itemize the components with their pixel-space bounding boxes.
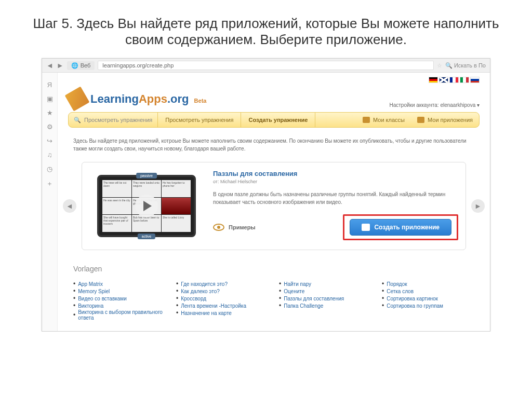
puzzle-cell-image [162, 198, 191, 215]
template-link[interactable]: Паззлы для составления [279, 295, 371, 302]
template-description: В одном пазле должны быть назначены разл… [213, 190, 458, 206]
puzzle-cell: The trees will be cut down [102, 180, 131, 197]
carousel-prev-icon[interactable]: ◄ [63, 199, 76, 213]
account-label: Настройки аккаунта: elenaarkhipova [389, 102, 475, 108]
puzzle-cell: Bob has never been to Spain before [132, 215, 161, 232]
puzzle-cell: She will have bought that expensive pair… [102, 215, 131, 232]
account-link[interactable]: Настройки аккаунта: elenaarkhipova ▾ [389, 102, 480, 108]
back-arrow-icon[interactable]: ◄ [46, 61, 54, 70]
logo-part-3: .org [167, 92, 189, 105]
menu-create[interactable]: Создать упражнение [241, 113, 315, 127]
template-link[interactable]: Найти пару [279, 280, 371, 287]
create-app-button[interactable]: Создать приложение [350, 219, 451, 236]
sidebar-music-icon[interactable]: ♫ [42, 148, 57, 162]
classes-icon [363, 117, 370, 123]
template-link[interactable]: Порядок [382, 280, 474, 287]
create-icon [362, 224, 370, 231]
sidebar-share-icon[interactable]: ↪ [42, 134, 57, 148]
examples-link[interactable]: Примеры [213, 224, 256, 231]
logo-text: LearningApps.org Beta [90, 92, 206, 106]
forward-arrow-icon[interactable]: ► [57, 61, 64, 70]
template-link[interactable]: Оцените [279, 287, 371, 295]
web-badge[interactable]: 🌐 Веб [67, 61, 95, 70]
search-placeholder: Искать в По [454, 62, 486, 68]
logo-part-2: Apps [139, 92, 167, 105]
sidebar-star-icon[interactable]: ★ [42, 106, 57, 120]
template-carousel: ◄ passive The trees will be cut down The… [63, 162, 485, 250]
header-row: LearningApps.org Beta Настройки аккаунта… [68, 87, 480, 112]
template-link[interactable]: App Matrix [73, 280, 166, 287]
template-link[interactable]: Сортировка по группам [382, 302, 474, 309]
sidebar-clock-icon[interactable]: ◷ [42, 162, 57, 176]
main-menu: 🔍 Просмотреть упражнения Просмотреть упр… [68, 112, 480, 128]
template-link[interactable]: Папка Challenge [279, 302, 371, 309]
main-area: LearningApps.org Beta Настройки аккаунта… [58, 73, 490, 331]
eye-icon [213, 224, 224, 231]
address-bar[interactable]: learningapps.org/create.php [98, 61, 434, 70]
flag-de-icon[interactable] [429, 77, 438, 83]
flag-gb-icon[interactable] [439, 77, 448, 83]
sidebar-yandex-icon[interactable]: Я [42, 78, 57, 92]
bookmark-star-icon[interactable]: ☆ [437, 62, 442, 69]
tab-passive: passive [136, 173, 157, 179]
template-link[interactable]: Видео со вставками [73, 295, 166, 302]
template-link[interactable]: Memory Spiel [73, 287, 166, 295]
menu-search[interactable]: 🔍 Просмотреть упражнения [69, 113, 158, 127]
flag-it-icon[interactable] [460, 77, 469, 83]
templates-col-2: Где находится это? Как далеко это? Кросс… [176, 280, 269, 321]
browser-window: ◄ ► 🌐 Веб learningapps.org/create.php ☆ … [42, 58, 490, 332]
apps-icon [417, 117, 424, 123]
slide-title: Шаг 5. Здесь Вы найдете ряд приложений, … [0, 0, 532, 58]
browser-sidebar: Я ▣ ★ ⚙ ↪ ♫ ◷ ＋ [42, 73, 58, 331]
site-logo[interactable]: LearningApps.org Beta [68, 90, 206, 108]
create-button-highlight: Создать приложение [343, 214, 458, 240]
page-content: Я ▣ ★ ⚙ ↪ ♫ ◷ ＋ [42, 73, 490, 331]
template-thumbnail[interactable]: passive The trees will be cut down They … [89, 170, 204, 242]
examples-label: Примеры [229, 224, 256, 230]
pencil-icon [65, 87, 90, 112]
carousel-next-icon[interactable]: ► [471, 199, 485, 213]
flag-fr-icon[interactable] [449, 77, 459, 83]
menu-search-placeholder: Просмотреть упражнения [84, 117, 152, 123]
template-link[interactable]: Назначение на карте [176, 309, 269, 317]
sidebar-image-icon[interactable]: ▣ [42, 92, 57, 106]
templates-col-4: Порядок Сетка слов Сортировка картинок С… [382, 280, 474, 321]
template-title: Паззлы для составления [213, 170, 458, 177]
globe-icon: 🌐 [71, 62, 78, 69]
template-link[interactable]: Где находится это? [176, 280, 269, 287]
puzzle-cell: He has forgotten to phone her [162, 180, 191, 197]
templates-section: Vorlagen App Matrix Memory Spiel Видео с… [68, 265, 480, 321]
template-author: от: Michael Hielscher [213, 179, 458, 184]
browser-search[interactable]: 🔍 Искать в По [445, 62, 486, 69]
menu-apps-label: Мои приложения [428, 117, 473, 123]
templates-heading: Vorlagen [73, 265, 474, 273]
template-link[interactable]: Сетка слов [382, 287, 474, 295]
author-name: Michael Hielscher [220, 179, 257, 184]
menu-apps[interactable]: Мои приложения [411, 117, 479, 123]
search-icon: 🔍 [445, 62, 453, 69]
templates-grid: App Matrix Memory Spiel Видео со вставка… [73, 280, 474, 321]
search-icon: 🔍 [74, 117, 81, 123]
templates-col-1: App Matrix Memory Spiel Видео со вставка… [73, 280, 166, 321]
create-button-label: Создать приложение [374, 224, 440, 231]
menu-classes-label: Мои классы [373, 117, 405, 123]
template-link[interactable]: Кроссворд [176, 295, 269, 302]
flag-ru-icon[interactable] [470, 77, 480, 83]
template-link[interactable]: Как далеко это? [176, 287, 269, 295]
template-link[interactable]: Лента времени -Настройка [176, 302, 269, 309]
puzzle-cell: He was seen in the city [102, 198, 131, 215]
menu-classes[interactable]: Мои классы [356, 117, 411, 123]
browser-toolbar: ◄ ► 🌐 Веб learningapps.org/create.php ☆ … [42, 59, 490, 73]
menu-browse[interactable]: Просмотреть упражнения [158, 113, 241, 127]
template-link[interactable]: Сортировка картинок [382, 295, 474, 302]
template-link[interactable]: Викторина [73, 302, 166, 309]
sidebar-plus-icon[interactable]: ＋ [42, 176, 57, 191]
logo-part-1: Learning [90, 92, 139, 105]
intro-text: Здесь Вы найдете ряд приложений, котроые… [68, 128, 480, 162]
templates-col-3: Найти пару Оцените Паззлы для составлени… [279, 280, 371, 321]
sidebar-gear-icon[interactable]: ⚙ [42, 120, 57, 134]
author-prefix: от: [213, 179, 219, 184]
template-link[interactable]: Викторина с выбором правильного ответа [73, 309, 166, 321]
template-card: passive The trees will be cut down They … [82, 162, 466, 250]
play-icon[interactable] [135, 195, 158, 217]
